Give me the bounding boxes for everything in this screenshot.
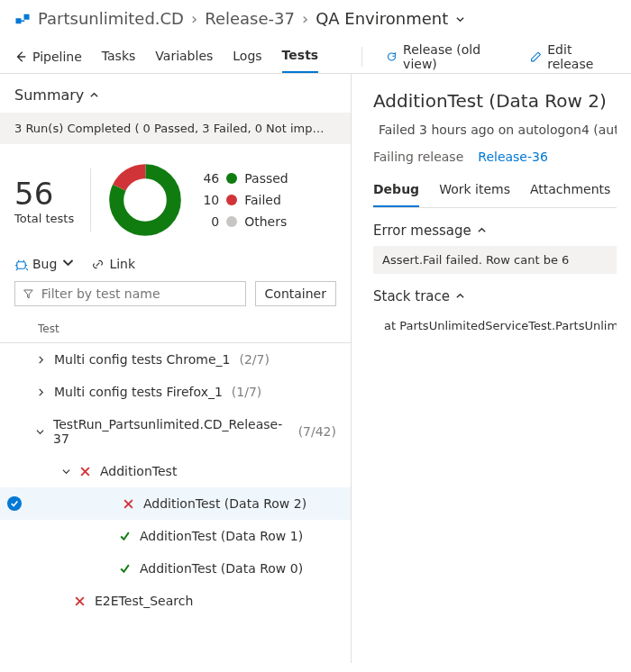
chevron-right-icon: › (302, 9, 308, 28)
pass-icon (119, 563, 131, 575)
failing-release: Failing release Release-36 (373, 150, 617, 164)
filter-field[interactable] (41, 286, 238, 301)
error-message-body: Assert.Fail failed. Row cant be 6 (373, 246, 617, 274)
pass-icon (119, 531, 131, 542)
tree-group[interactable]: TestRun_Partsunlimited.CD_Release-37 (7/… (0, 408, 351, 455)
divider (90, 168, 91, 232)
fail-status-line: Failed 3 hours ago on autologon4 (auto (373, 123, 617, 137)
donut-chart (107, 162, 183, 238)
tree-group[interactable]: Multi config tests Firefox_1 (1/7) (0, 376, 351, 408)
fail-icon (123, 498, 134, 510)
test-tree: Multi config tests Chrome_1 (2/7) Multi … (0, 343, 351, 663)
chevron-down-icon (61, 256, 75, 272)
detail-pane: AdditionTest (Data Row 2) Failed 3 hours… (352, 74, 631, 663)
total-number: 56 (14, 176, 74, 212)
tab-variables[interactable]: Variables (155, 41, 213, 72)
tab-workitems[interactable]: Work items (439, 175, 510, 207)
tab-tasks[interactable]: Tasks (102, 41, 136, 72)
chevron-right-icon (36, 388, 45, 396)
failed-dot (226, 195, 237, 205)
runs-summary: 3 Run(s) Completed ( 0 Passed, 3 Failed,… (0, 113, 351, 144)
column-header-test: Test (0, 315, 351, 343)
stack-trace-header[interactable]: Stack trace (373, 274, 617, 312)
chevron-down-icon[interactable] (455, 9, 465, 28)
breadcrumb-item[interactable]: QA Environment (316, 9, 448, 28)
tree-item[interactable]: AdditionTest (Data Row 1) (0, 520, 351, 552)
results-pane: Summary 3 Run(s) Completed ( 0 Passed, 3… (0, 74, 352, 663)
detail-title: AdditionTest (Data Row 2) (373, 90, 617, 112)
breadcrumb-item[interactable]: Partsunlimited.CD (38, 9, 184, 28)
tree-item[interactable]: AdditionTest (Data Row 2) (0, 487, 351, 520)
tab-attachments[interactable]: Attachments (530, 175, 610, 207)
container-dropdown[interactable]: Container (255, 281, 336, 306)
pipeline-icon (14, 11, 31, 27)
tree-item[interactable]: AdditionTest (0, 455, 351, 487)
tab-debug[interactable]: Debug (373, 175, 419, 207)
tree-item[interactable]: E2ETest_Search (0, 585, 351, 617)
link-button[interactable]: Link (91, 257, 135, 271)
tab-bar: Pipeline Tasks Variables Logs Tests Rele… (0, 35, 631, 74)
bug-icon (14, 258, 28, 271)
legend: 46Passed 10Failed 0Others (199, 171, 288, 229)
fail-icon (74, 595, 86, 607)
create-bug-button[interactable]: Bug (14, 256, 75, 272)
fail-icon (79, 466, 91, 477)
chevron-up-icon (455, 288, 465, 304)
failing-release-link[interactable]: Release-36 (478, 150, 548, 164)
back-pipeline[interactable]: Pipeline (14, 42, 82, 71)
edit-release-button[interactable]: Edit release (530, 42, 617, 71)
detail-tabs: Debug Work items Attachments (373, 175, 617, 208)
stack-trace-body: at PartsUnlimitedServiceTest.PartsUnlimi (373, 312, 617, 332)
tree-item[interactable]: AdditionTest (Data Row 0) (0, 552, 351, 585)
release-old-view-link[interactable]: Release (old view) (386, 42, 510, 71)
summary-header[interactable]: Summary (0, 74, 351, 113)
tree-group[interactable]: Multi config tests Chrome_1 (2/7) (0, 343, 351, 376)
refresh-icon (386, 50, 398, 63)
breadcrumb: Partsunlimited.CD › Release-37 › QA Envi… (0, 0, 631, 35)
link-icon (91, 258, 105, 271)
chevron-right-icon (36, 356, 45, 364)
others-dot (226, 216, 237, 227)
chevron-up-icon (477, 222, 487, 239)
arrow-left-icon (14, 50, 27, 63)
chevron-right-icon: › (191, 9, 197, 28)
total-tests: 56 Total tests (14, 176, 74, 225)
chevron-down-icon (35, 428, 44, 436)
passed-dot (226, 173, 237, 184)
tab-tests[interactable]: Tests (282, 41, 319, 73)
filter-input[interactable] (14, 281, 246, 306)
breadcrumb-item[interactable]: Release-37 (205, 9, 295, 28)
svg-rect-2 (17, 261, 25, 268)
chevron-down-icon (61, 468, 70, 476)
pencil-icon (530, 50, 542, 63)
error-message-header[interactable]: Error message (373, 208, 617, 246)
filter-icon (23, 287, 34, 300)
chevron-up-icon (89, 86, 99, 104)
selected-indicator (7, 496, 22, 511)
tab-logs[interactable]: Logs (233, 41, 261, 72)
